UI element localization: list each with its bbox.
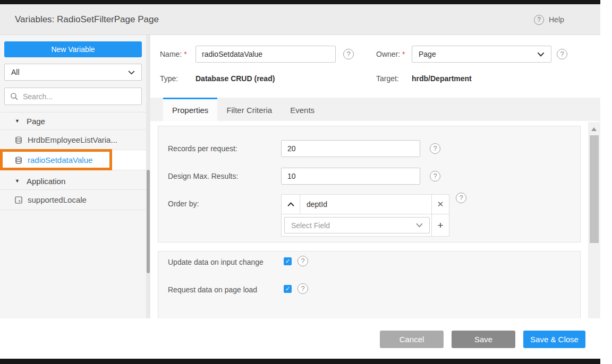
tree-group-label: Page [27,117,45,126]
owner-help-icon[interactable]: ? [557,49,567,59]
properties-panel: Records per request: ? Design Max. Resul… [158,126,581,242]
records-per-request-help-icon[interactable]: ? [430,143,440,154]
variable-detail-panel: Name: * ? Owner: * Page ? Type: Database… [150,35,600,318]
sidebar-item-label: HrdbEmployeeListVaria... [28,135,117,144]
design-max-results-help-icon[interactable]: ? [430,171,440,181]
add-field-button[interactable]: + [431,214,449,236]
records-per-request-input[interactable] [281,140,420,157]
owner-value: Page [419,50,537,58]
sidebar-item-label: supportedLocale [28,195,87,204]
tree-group-application[interactable]: ▼ Application [0,172,146,190]
dialog-header: Variables: RadioSetFilterPage Page ? Hel… [0,4,600,35]
new-variable-button[interactable]: New Variable [4,41,142,57]
model-variable-icon: x [15,196,22,204]
sidebar-scrollbar-thumb[interactable] [147,170,150,273]
caret-down-icon: ▼ [15,178,20,184]
selected-indicator [0,150,3,170]
owner-label: Owner: * [376,46,405,63]
tab-filter-criteria[interactable]: Filter Criteria [217,98,281,121]
chevron-up-icon [287,202,294,207]
variables-dialog: Variables: RadioSetFilterPage Page ? Hel… [0,0,612,364]
target-label: Target: [376,73,399,84]
name-label: Name: * [160,46,187,63]
name-help-icon[interactable]: ? [343,49,354,59]
update-on-input-change-checkbox[interactable]: ✓ [284,257,292,265]
dialog-footer: Cancel Save Save & Close [0,318,612,359]
caret-down-icon: ▼ [15,118,20,124]
help-label: Help [549,15,564,24]
variable-search [4,88,142,105]
help-circle-icon: ? [534,15,544,25]
target-value: hrdb/Department [412,73,472,84]
content-scrollbar-thumb[interactable] [590,135,599,243]
update-on-input-change-label: Update data on input change [168,257,264,267]
sidebar-item-supportedlocale[interactable]: x supportedLocale [0,190,146,210]
design-max-results-label: Design Max. Results: [168,168,238,185]
order-by-add-row: Select Field + [282,214,449,236]
type-value: Database CRUD (read) [196,73,275,84]
sidebar-item-hrdbemployeelistvariable[interactable]: HrdbEmployeeListVaria... [0,130,146,150]
update-on-input-change-help-icon[interactable]: ? [298,256,308,266]
required-asterisk: * [184,50,186,58]
scroll-up-arrow-icon[interactable] [591,127,597,131]
order-by-widget: deptId ✕ Select Field + [281,194,449,237]
type-label: Type: [160,73,178,84]
variables-sidebar: New Variable All ▼ Page HrdbEmployeeList… [0,35,146,318]
save-and-close-button[interactable]: Save & Close [523,331,585,348]
variable-filter-select[interactable]: All [4,64,142,81]
order-by-field-value[interactable]: deptId [300,195,431,214]
tree-group-page[interactable]: ▼ Page [0,112,146,130]
chevron-down-icon [128,70,135,75]
database-icon [15,136,22,144]
design-max-results-input[interactable] [281,168,420,185]
tree-group-label: Application [27,177,65,186]
top-chrome-bar [0,0,600,4]
help-button[interactable]: ? Help [534,14,564,25]
detail-tab-bar: Properties Filter Criteria Events [150,98,600,121]
order-by-row: deptId ✕ [282,195,449,214]
order-by-help-icon[interactable]: ? [456,193,466,203]
svg-text:x: x [19,198,21,203]
records-per-request-label: Records per request: [168,140,237,157]
remove-field-button[interactable]: ✕ [431,195,449,214]
sidebar-item-label: radioSetdataValue [28,155,92,164]
request-on-page-load-checkbox[interactable]: ✓ [284,285,292,293]
select-field-dropdown[interactable]: Select Field [284,217,430,233]
save-button[interactable]: Save [452,331,515,348]
variable-filter-value: All [11,68,128,76]
sidebar-item-radiosetdatavalue[interactable]: radioSetdataValue [0,150,146,170]
search-input[interactable] [23,92,136,101]
tab-events[interactable]: Events [281,98,324,121]
chevron-down-icon [416,223,423,228]
name-input[interactable] [196,46,336,63]
tab-properties[interactable]: Properties [163,98,217,121]
database-icon [15,157,22,164]
select-field-placeholder: Select Field [291,221,416,230]
order-by-label: Order by: [168,195,199,212]
request-on-page-load-label: Request data on page load [168,284,257,295]
bottom-chrome-bar [0,359,600,364]
request-on-page-load-help-icon[interactable]: ? [298,283,308,294]
search-icon [10,92,18,100]
required-asterisk: * [402,50,405,58]
sort-direction-toggle[interactable] [282,195,300,214]
options-panel: Update data on input change ✓ ? Request … [158,251,581,323]
owner-select[interactable]: Page [412,46,551,63]
cancel-button[interactable]: Cancel [380,331,444,348]
page-title: Variables: RadioSetFilterPage Page [15,4,159,35]
chevron-down-icon [537,52,545,57]
